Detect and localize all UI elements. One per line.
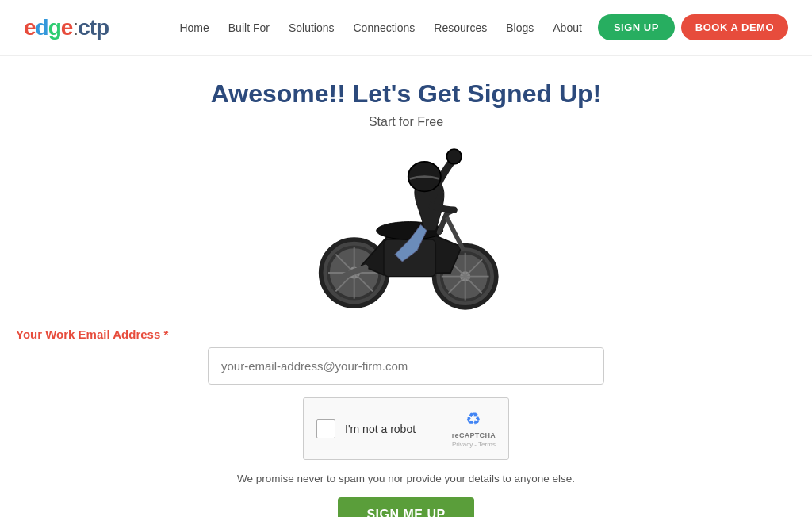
main-nav: Home Built For Solutions Connections Res… (171, 14, 788, 40)
email-input[interactable] (208, 347, 604, 385)
nav-resources[interactable]: Resources (426, 17, 495, 39)
site-header: edge : ctp Home Built For Solutions Conn… (0, 0, 812, 56)
recaptcha-left: I'm not a robot (316, 419, 416, 438)
logo-letter-e: e (24, 15, 36, 40)
book-demo-button[interactable]: BOOK A DEMO (681, 14, 788, 40)
nav-blogs[interactable]: Blogs (498, 17, 542, 39)
nav-built-for[interactable]: Built For (220, 17, 278, 39)
motorcycle-illustration (287, 137, 525, 320)
email-label: Your Work Email Address * (16, 327, 412, 341)
logo-letter-g: g (48, 15, 61, 40)
nav-solutions[interactable]: Solutions (281, 17, 343, 39)
sign-me-up-button[interactable]: SIGN ME UP (338, 497, 473, 517)
recaptcha-logo-icon: ♻ (465, 409, 481, 430)
page-subheadline: Start for Free (369, 115, 443, 129)
nav-about[interactable]: About (545, 17, 590, 39)
nav-connections[interactable]: Connections (346, 17, 423, 39)
logo-ctp: ctp (78, 15, 109, 40)
svg-point-18 (446, 149, 462, 164)
logo-letter-e2: e (61, 15, 73, 40)
page-headline: Awesome!! Let's Get Signed Up! (211, 79, 601, 109)
recaptcha-widget[interactable]: I'm not a robot ♻ reCAPTCHA Privacy - Te… (303, 397, 509, 460)
motorcycle-svg (295, 141, 517, 316)
privacy-note: We promise never to spam you nor provide… (237, 473, 575, 484)
site-logo[interactable]: edge : ctp (24, 15, 109, 40)
logo-colon: : (72, 15, 78, 40)
main-content: Awesome!! Let's Get Signed Up! Start for… (0, 56, 812, 517)
logo-letter-d: d (36, 15, 48, 40)
nav-home[interactable]: Home (171, 17, 216, 39)
recaptcha-brand-label: reCAPTCHA (452, 431, 496, 439)
recaptcha-label: I'm not a robot (345, 423, 416, 435)
signup-button[interactable]: SIGN UP (598, 14, 675, 40)
recaptcha-checkbox[interactable] (316, 419, 335, 438)
recaptcha-links: Privacy - Terms (452, 441, 496, 448)
recaptcha-right: ♻ reCAPTCHA Privacy - Terms (452, 409, 496, 448)
